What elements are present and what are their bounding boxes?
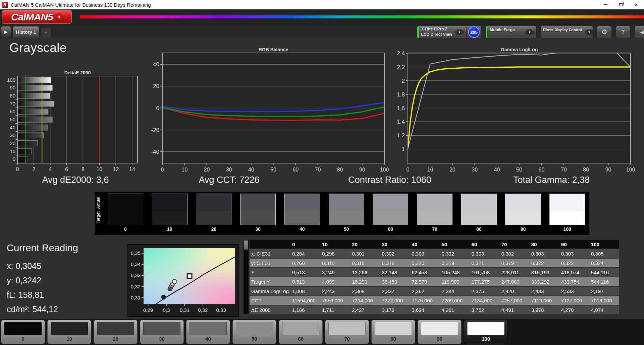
table-cell-2-5: 105,248	[440, 268, 470, 277]
table-cell-3-10: 544,116	[589, 277, 619, 286]
table-cell-4-10: 2,197	[589, 287, 619, 295]
patch-chip-60	[282, 322, 319, 335]
svg-text:70: 70	[10, 101, 15, 107]
table-cell-0-6: 0,303	[470, 249, 500, 258]
swatch-cell-70: 70	[413, 194, 457, 235]
svg-text:80: 80	[337, 167, 343, 172]
svg-text:80: 80	[10, 93, 15, 98]
swatch-target-30	[240, 211, 275, 225]
chevron-right-icon: ▶	[4, 29, 8, 34]
table-cell-0-10: 0,305	[589, 249, 619, 258]
patch-button-10[interactable]: 10	[47, 320, 91, 344]
table-scroll-handle[interactable]	[244, 240, 248, 250]
table-cell-1-5: 0,319	[440, 259, 470, 267]
table-cell-6-5: 4,261	[440, 305, 470, 314]
svg-text:100: 100	[380, 167, 389, 172]
svg-text:0: 0	[13, 156, 15, 162]
table-cell-4-3: 2,337	[380, 287, 410, 295]
patch-button-40[interactable]: 40	[186, 320, 230, 344]
table-cell-0-3: 0,302	[380, 249, 410, 258]
swatch-cell-50: 50	[324, 194, 369, 235]
close-button[interactable]: ×	[629, 0, 644, 9]
swatch-actual-20	[196, 194, 231, 211]
minimize-button[interactable]	[598, 0, 613, 9]
patch-label: 70	[344, 336, 350, 342]
svg-text:40: 40	[494, 167, 500, 172]
table-cell-4-5: 2,384	[440, 287, 470, 295]
svg-text:10: 10	[96, 166, 102, 172]
table-cell-2-0: 0,513	[290, 268, 320, 277]
patch-button-90[interactable]: 90	[418, 320, 462, 344]
table-cell-3-4: 72,978	[410, 277, 440, 286]
settings-button[interactable]: ⚙	[597, 26, 612, 39]
patch-button-60[interactable]: 60	[279, 320, 323, 344]
maximize-button[interactable]	[613, 0, 629, 9]
patch-chip-20	[97, 322, 134, 335]
patch-button-0[interactable]: 0	[1, 320, 45, 344]
table-col-header-0: 0	[290, 240, 320, 249]
table-cell-4-4: 2,362	[410, 287, 440, 295]
gear-icon: ⚙	[601, 28, 607, 36]
workflow-nav-button[interactable]: ▶	[1, 26, 11, 37]
table-cell-6-2: 2,427	[350, 305, 380, 314]
meter-count-badge[interactable]: 205	[468, 26, 480, 38]
table-cell-4-2: 2,308	[350, 287, 380, 295]
meter-dropdown[interactable]: X-Rite i1Pro 2LCD Direct View ▼ 205	[417, 26, 482, 39]
table-cell-1-0: 0,260	[290, 259, 320, 267]
swatch-level-label: 30	[255, 226, 261, 232]
table-cell-2-10: 544,116	[589, 268, 619, 277]
table-cell-3-7: 247,083	[500, 277, 530, 286]
table-row-label: Gamma Log/Log	[250, 287, 290, 295]
svg-text:100: 100	[7, 77, 15, 83]
swatch-100	[549, 194, 585, 225]
swatch-cell-100: 100	[545, 194, 589, 235]
table-cell-6-8: 3,978	[530, 305, 559, 314]
actual-label: Actual	[96, 197, 101, 209]
tab-history-1[interactable]: History 1	[12, 26, 40, 38]
swatch-actual-60	[373, 194, 408, 211]
svg-text:60: 60	[292, 167, 299, 172]
source-dropdown[interactable]: Mobile Forge ▼	[485, 26, 537, 39]
display-control-dropdown[interactable]: Direct Display Control ▼	[540, 26, 593, 39]
patch-chip-40	[190, 322, 227, 335]
patch-chip-80	[375, 322, 412, 335]
swatch-10	[152, 194, 187, 225]
current-reading-title: Current Reading	[7, 243, 78, 254]
table-cell-2-8: 316,193	[530, 268, 559, 277]
patch-button-80[interactable]: 80	[371, 320, 415, 344]
table-cell-4-9: 2,533	[559, 287, 589, 295]
table-corner-cell	[250, 240, 290, 249]
table-cell-4-6: 2,375	[470, 287, 500, 295]
svg-text:1: 1	[402, 146, 405, 152]
svg-text:50: 50	[270, 167, 276, 172]
svg-text:70: 70	[315, 167, 321, 172]
table-cell-0-2: 0,301	[350, 249, 380, 258]
patch-button-30[interactable]: 30	[140, 320, 184, 344]
patch-buttons: 0102030405060708090100	[1, 320, 508, 344]
swatch-20	[196, 194, 231, 225]
svg-text:2: 2	[32, 166, 35, 172]
patch-button-50[interactable]: 50	[232, 320, 276, 344]
swatch-cell-10: 10	[148, 194, 192, 235]
table-col-header-90: 90	[559, 240, 589, 249]
svg-text:30: 30	[472, 167, 478, 172]
calman-menu-button[interactable]: CalMAN5 ▼	[2, 10, 72, 24]
table-cell-3-3: 38,453	[380, 277, 410, 286]
swatch-actual-70	[417, 194, 452, 211]
table-row-label: CCT	[250, 296, 290, 305]
swatch-target-90	[505, 211, 540, 225]
add-tab-button[interactable]: +	[40, 28, 52, 38]
table-col-header-70: 70	[500, 240, 530, 249]
svg-text:0,32: 0,32	[198, 307, 208, 313]
patch-label: 0	[21, 336, 24, 342]
patch-button-70[interactable]: 70	[325, 320, 369, 344]
svg-text:12: 12	[113, 166, 119, 172]
patch-button-20[interactable]: 20	[94, 320, 138, 344]
patch-label: 80	[390, 336, 396, 342]
patch-button-100[interactable]: 100	[464, 320, 508, 344]
help-button[interactable]: ?	[615, 26, 631, 39]
collapse-panel-button[interactable]: ◀	[634, 26, 644, 39]
table-cell-1-2: 0,318	[350, 259, 380, 267]
table-cell-5-7: 7257,000	[500, 296, 530, 305]
rainbow-stripe	[80, 15, 644, 18]
